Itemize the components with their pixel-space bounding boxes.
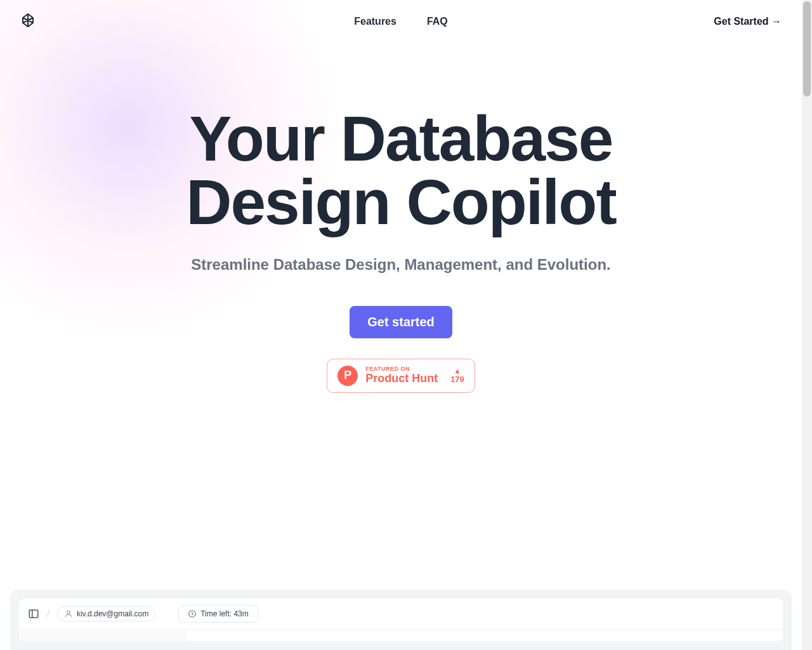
preview-body bbox=[19, 630, 783, 641]
product-hunt-text: FEATURED ON Product Hunt bbox=[365, 366, 438, 385]
nav-features[interactable]: Features bbox=[354, 16, 396, 27]
nav-center-links: Features FAQ bbox=[354, 16, 448, 27]
preview-sidebar bbox=[19, 630, 187, 641]
time-left-chip: Time left: 43m bbox=[178, 605, 258, 623]
scrollbar-track[interactable] bbox=[802, 0, 812, 650]
logo-icon bbox=[20, 13, 36, 28]
user-icon bbox=[64, 609, 73, 618]
preview-window: / kiv.d.dev@gmail.com Time left: 43m bbox=[19, 599, 783, 641]
breadcrumb-separator: / bbox=[47, 609, 49, 619]
hero-title: Your Database Design Copilot bbox=[115, 107, 686, 234]
upvote-arrow-icon: ▲ bbox=[454, 367, 461, 375]
get-started-button[interactable]: Get started bbox=[350, 306, 452, 338]
logo[interactable] bbox=[20, 13, 36, 30]
preview-topbar: / kiv.d.dev@gmail.com Time left: 43m bbox=[19, 599, 783, 630]
svg-rect-0 bbox=[29, 610, 38, 618]
product-hunt-featured-label: FEATURED ON bbox=[365, 366, 438, 372]
hero-section: Your Database Design Copilot Streamline … bbox=[0, 43, 802, 393]
app-screenshot-preview: / kiv.d.dev@gmail.com Time left: 43m bbox=[10, 590, 792, 650]
top-nav: Features FAQ Get Started → bbox=[0, 0, 802, 43]
svg-point-2 bbox=[67, 611, 70, 614]
time-left-label: Time left: 43m bbox=[200, 609, 249, 618]
clock-icon bbox=[188, 609, 197, 618]
hero-subtitle: Streamline Database Design, Management, … bbox=[191, 254, 611, 275]
nav-faq[interactable]: FAQ bbox=[427, 16, 448, 27]
user-email: kiv.d.dev@gmail.com bbox=[77, 609, 148, 618]
scrollbar-thumb[interactable] bbox=[803, 1, 811, 96]
product-hunt-name: Product Hunt bbox=[365, 372, 438, 385]
product-hunt-badge[interactable]: P FEATURED ON Product Hunt ▲ 179 bbox=[327, 359, 475, 393]
nav-get-started[interactable]: Get Started → bbox=[714, 16, 782, 27]
product-hunt-votes: ▲ 179 bbox=[450, 367, 464, 384]
sidebar-toggle-icon bbox=[28, 608, 39, 620]
user-chip: kiv.d.dev@gmail.com bbox=[57, 606, 155, 621]
product-hunt-vote-count: 179 bbox=[450, 375, 464, 384]
product-hunt-logo-icon: P bbox=[337, 366, 358, 386]
